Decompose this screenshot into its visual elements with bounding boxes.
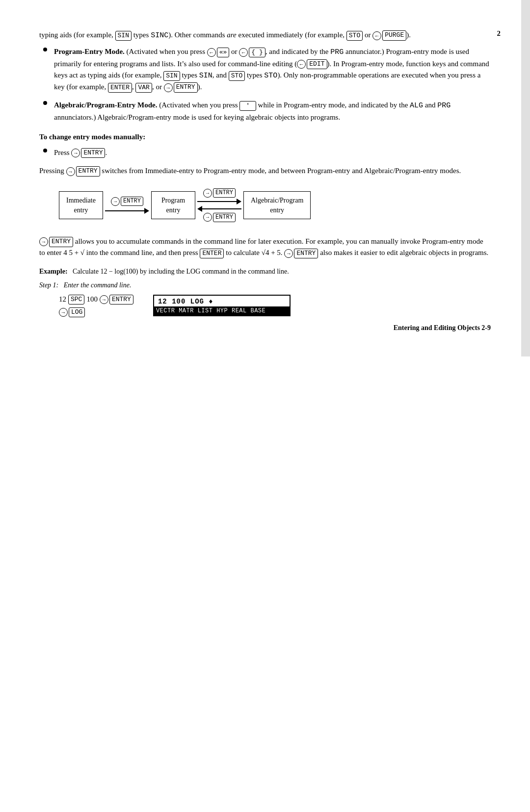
right-shift-btn: →: [164, 83, 173, 92]
bullet-dot-3: [43, 149, 47, 152]
right-shift-btn-4: →: [39, 237, 48, 246]
right-shift-icon-2: →: [203, 189, 212, 198]
calculator-screen: 12 100 LOG ♦ VECTR MATR LIST HYP REAL BA…: [153, 295, 291, 316]
intro-paragraph: typing aids (for example, SIN types SINC…: [39, 29, 491, 41]
press-bullet: Press →ENTRY.: [54, 147, 491, 158]
page-number: 2: [497, 29, 501, 38]
braces-key: { }: [249, 48, 265, 57]
num-12: 12: [59, 295, 66, 304]
right-shift-btn-6: →: [100, 295, 108, 304]
entry-key-3: ENTRY: [76, 166, 100, 176]
left-shift-btn: ←: [372, 31, 381, 40]
entry-explanation: →ENTRY allows you to accumulate commands…: [39, 236, 491, 259]
spc-key: SPC: [68, 295, 84, 304]
right-shift-btn-2: →: [71, 149, 80, 157]
purge-key: PURGE: [382, 30, 406, 40]
entry-label-1: ENTRY: [121, 197, 143, 206]
left-shift-btn-4: ←: [297, 60, 306, 69]
right-shift-btn-5: →: [284, 249, 293, 258]
program-entry-heading: Program-Entry Mode.: [54, 48, 125, 55]
var-key: VAR: [135, 83, 152, 93]
bullet-dot-2: [43, 101, 47, 105]
pressing-explanation: Pressing →ENTRY switches from Immediate-…: [39, 165, 491, 177]
program-entry-section: Program-Entry Mode. (Activated when you …: [39, 46, 491, 93]
right-shift-btn-7: →: [59, 308, 68, 317]
algebraic-para: Algebraic/Program-Entry Mode. (Activated…: [54, 100, 491, 123]
page: 2 typing aids (for example, SIN types SI…: [0, 0, 530, 356]
side-bar: [521, 0, 530, 356]
num-100: 100: [86, 295, 98, 304]
screen-menu-bar: VECTR MATR LIST HYP REAL BASE: [154, 306, 290, 315]
entry-key-6: ENTRY: [109, 295, 133, 304]
right-shift-btn-3: →: [66, 167, 75, 176]
step1-content: 12 SPC 100 → ENTRY → LOG 12 100 LOG ♦ VE…: [39, 295, 491, 317]
footer-text: Entering and Editing Objects 2-9: [394, 324, 491, 332]
sto-key-2: STO: [229, 71, 245, 81]
program-entry-box: Programentry: [151, 191, 195, 219]
left-shift-btn-3: ←: [239, 48, 248, 57]
algebraic-section: Algebraic/Program-Entry Mode. (Activated…: [39, 100, 491, 123]
keypress-sequence: 12 SPC 100 → ENTRY → LOG: [59, 295, 133, 317]
entry-key: ENTRY: [174, 82, 198, 92]
tick-key: ': [239, 101, 256, 111]
sto-key: STO: [346, 31, 363, 41]
press-bullet-section: Press →ENTRY.: [39, 147, 491, 158]
screen-display: 12 100 LOG ♦: [154, 296, 290, 306]
entry-label-2: ENTRY: [213, 188, 236, 198]
sin-key-2: SIN: [163, 71, 180, 81]
entry-label-3: ENTRY: [213, 213, 236, 222]
algebraic-heading: Algebraic/Program-Entry Mode.: [54, 101, 158, 109]
change-modes-heading: To change entry modes manually:: [39, 133, 491, 141]
log-key: LOG: [69, 307, 85, 317]
program-entry-para: Program-Entry Mode. (Activated when you …: [54, 46, 491, 93]
bullet-dot-1: [43, 48, 47, 51]
entry-key-5: ENTRY: [294, 249, 318, 258]
enter-key: ENTER: [108, 83, 132, 93]
double-arrow-key: «»: [217, 48, 230, 57]
step1-label: Step 1: Enter the command line.: [39, 280, 491, 291]
edit-key: EDIT: [307, 59, 327, 69]
enter-key-2: ENTER: [200, 249, 224, 258]
right-shift-icon-3: →: [203, 213, 212, 222]
sin-key: SIN: [115, 31, 132, 41]
example-label: Example: Calculate 12 − log(100) by incl…: [39, 266, 491, 277]
entry-key-2: ENTRY: [81, 148, 105, 158]
entry-mode-diagram: Immediateentry → ENTRY Programentry → EN…: [39, 188, 491, 222]
entry-key-4: ENTRY: [49, 237, 73, 247]
algebraic-entry-box: Algebraic/Programentry: [243, 191, 311, 219]
immediate-entry-box: Immediateentry: [59, 191, 103, 219]
left-shift-btn-2: ←: [207, 48, 216, 57]
right-shift-icon-1: →: [111, 197, 120, 206]
